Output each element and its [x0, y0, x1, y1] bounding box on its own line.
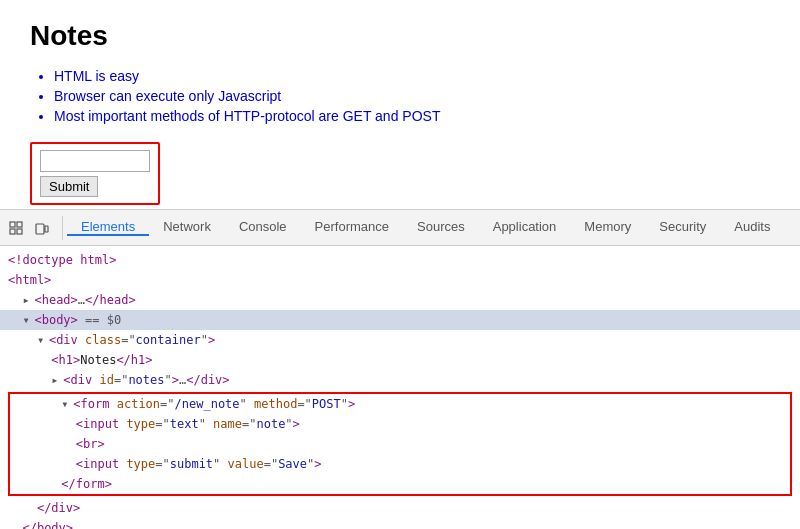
svg-rect-5: [45, 226, 48, 232]
dom-tree: <!doctype html> <html> <head>…</head> <b…: [0, 246, 800, 529]
dom-line: <form action="/new_note" method="POST">: [10, 394, 790, 414]
svg-rect-4: [36, 224, 44, 234]
devtools-toolbar: Elements Network Console Performance Sou…: [0, 210, 800, 246]
expand-icon[interactable]: [22, 311, 32, 321]
svg-rect-0: [10, 222, 15, 227]
dom-line-body: <body> == $0: [0, 310, 800, 330]
dom-line: <head>…</head>: [0, 290, 800, 310]
inspect-icon[interactable]: [4, 216, 28, 240]
expand-icon[interactable]: [51, 371, 61, 381]
expand-icon[interactable]: [61, 395, 71, 405]
list-item: HTML is easy: [54, 68, 770, 84]
toolbar-icons: [4, 216, 63, 240]
dom-line: <input type="submit" value="Save">: [10, 454, 790, 474]
page-form: Save: [30, 142, 160, 205]
tab-console[interactable]: Console: [225, 219, 301, 236]
tab-elements[interactable]: Elements: [67, 219, 149, 236]
tab-memory[interactable]: Memory: [570, 219, 645, 236]
dom-line: <h1>Notes</h1>: [0, 350, 800, 370]
tab-network[interactable]: Network: [149, 219, 225, 236]
dom-line: <html>: [0, 270, 800, 290]
dom-line: </form>: [10, 474, 790, 494]
page-title: Notes: [30, 20, 770, 52]
dom-line: <div class="container">: [0, 330, 800, 350]
dom-line: <input type="text" name="note">: [10, 414, 790, 434]
expand-icon[interactable]: [37, 331, 47, 341]
save-button[interactable]: Save: [40, 176, 98, 197]
dom-line: </div>: [0, 498, 800, 518]
tab-security[interactable]: Security: [645, 219, 720, 236]
page-content: Notes HTML is easy Browser can execute o…: [0, 0, 800, 210]
dom-line: </body>: [0, 518, 800, 529]
device-icon[interactable]: [30, 216, 54, 240]
svg-rect-2: [10, 229, 15, 234]
tab-audits[interactable]: Audits: [720, 219, 784, 236]
dom-line: <div id="notes">…</div>: [0, 370, 800, 390]
form-highlight-box: <form action="/new_note" method="POST"> …: [8, 392, 792, 496]
svg-rect-1: [17, 222, 22, 227]
dom-line: <!doctype html>: [0, 250, 800, 270]
notes-list: HTML is easy Browser can execute only Ja…: [30, 68, 770, 124]
tab-application[interactable]: Application: [479, 219, 571, 236]
devtools-tabs: Elements Network Console Performance Sou…: [67, 219, 796, 236]
devtools-panel: Elements Network Console Performance Sou…: [0, 210, 800, 529]
list-item: Most important methods of HTTP-protocol …: [54, 108, 770, 124]
expand-icon[interactable]: [22, 291, 32, 301]
dom-line: <br>: [10, 434, 790, 454]
tab-performance[interactable]: Performance: [301, 219, 403, 236]
svg-rect-3: [17, 229, 22, 234]
tab-sources[interactable]: Sources: [403, 219, 479, 236]
note-input[interactable]: [40, 150, 150, 172]
list-item: Browser can execute only Javascript: [54, 88, 770, 104]
